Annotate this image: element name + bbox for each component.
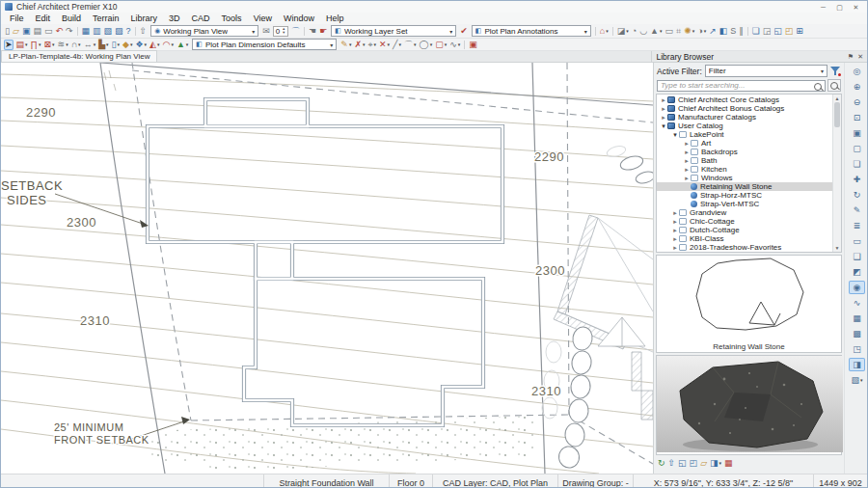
- toolbar-icon[interactable]: ◠▾: [162, 40, 175, 50]
- side-toolbar-icon[interactable]: ▢ ▾: [849, 142, 865, 155]
- toolbar-icon[interactable]: ∏▾: [30, 40, 42, 50]
- filter-funnel-icon[interactable]: [830, 66, 841, 76]
- toolbar-icon[interactable]: ✗▾: [353, 40, 366, 50]
- plan-drawing-canvas[interactable]: 2290 2290 2300 2300 2310 2310 SETBACK SI…: [1, 63, 653, 474]
- tree-chevron-icon[interactable]: [671, 226, 679, 234]
- menu-item[interactable]: Window: [278, 14, 320, 23]
- toolbar-icon[interactable]: ↔▾: [83, 40, 97, 50]
- active-view-tab[interactable]: LP-Plan-Template-4b: Working Plan View: [1, 50, 157, 62]
- filter-combo[interactable]: Filter ▾: [705, 65, 827, 77]
- library-tree-item[interactable]: Chief Architect Bonus Catalogs: [657, 104, 832, 113]
- library-toolbar-icon[interactable]: ▱ ▾: [700, 458, 707, 469]
- side-toolbar-icon[interactable]: ❑ ▾: [849, 250, 865, 263]
- toolbar-icon[interactable]: ◲: [762, 26, 773, 37]
- library-sketch-preview[interactable]: Retaining Wall Stone: [656, 255, 842, 353]
- side-toolbar-icon[interactable]: ▧ ▾: [849, 373, 865, 387]
- library-toolbar-icon[interactable]: ◰ ▾: [690, 458, 698, 469]
- tree-chevron-icon[interactable]: [683, 174, 691, 182]
- toolbar-icon[interactable]: ⌖▾: [366, 40, 377, 50]
- toolbar-icon[interactable]: ✕▾: [378, 40, 391, 50]
- search-button[interactable]: [827, 79, 841, 92]
- library-tree-item[interactable]: Dutch-Cottage: [657, 226, 832, 234]
- toolbar-icon[interactable]: ⌒: [290, 26, 301, 37]
- tree-chevron-icon[interactable]: [660, 122, 667, 130]
- toolbar-icon[interactable]: ◔▾: [631, 26, 637, 37]
- toolbar-icon[interactable]: ▯▾: [4, 26, 11, 37]
- library-tree-item[interactable]: Retaining Wall Stone: [657, 182, 832, 191]
- toolbar-icon[interactable]: ✎▾: [339, 40, 352, 50]
- scroll-down-icon[interactable]: ▼: [835, 244, 840, 252]
- plot-plan-drawing[interactable]: 2290 2290 2300 2300 2310 2310 SETBACK SI…: [1, 63, 653, 474]
- toolbar-icon[interactable]: ▦▾: [81, 26, 92, 37]
- toolbar-icon[interactable]: ▤▾: [32, 26, 42, 37]
- side-toolbar-icon[interactable]: ◉ ▾: [849, 281, 865, 294]
- toolbar-icon[interactable]: ☚: [308, 26, 317, 37]
- toolbar-icon[interactable]: ◧▾: [719, 26, 729, 37]
- menu-item[interactable]: Library: [125, 14, 164, 23]
- toolbar-icon[interactable]: ◱: [773, 26, 783, 37]
- toolbar-icon[interactable]: ◑▾: [696, 26, 707, 37]
- menu-item[interactable]: Help: [320, 14, 350, 23]
- toolbar-icon[interactable]: ▙▾: [97, 40, 109, 50]
- toolbar-icon[interactable]: ✔: [459, 26, 469, 37]
- panel-close-icon[interactable]: ✕: [857, 53, 863, 61]
- menu-item[interactable]: CAD: [186, 14, 216, 23]
- minimize-button[interactable]: ─: [816, 2, 830, 13]
- side-toolbar-icon[interactable]: ◳ ▾: [849, 342, 865, 356]
- library-toolbar-icon[interactable]: ↻ ▾: [658, 458, 665, 469]
- saved-view-combo[interactable]: ◉ Working Plan View ▾: [150, 25, 258, 37]
- side-toolbar-icon[interactable]: ◩ ▾: [849, 265, 865, 279]
- toolbar-icon[interactable]: ╱▾: [392, 40, 402, 50]
- toolbar-icon[interactable]: ⊠▾: [43, 40, 56, 50]
- close-button[interactable]: ✕: [849, 2, 863, 13]
- tree-chevron-icon[interactable]: [683, 165, 691, 174]
- menu-item[interactable]: File: [4, 14, 30, 23]
- toolbar-icon[interactable]: ↗▾: [708, 26, 718, 37]
- spinner-arrows-icon[interactable]: ▲▼: [282, 27, 285, 35]
- library-tree-item[interactable]: LakePoint: [657, 130, 832, 139]
- panel-pin-icon[interactable]: ⚑: [848, 53, 854, 61]
- toolbar-icon[interactable]: ⌒▾: [403, 40, 418, 50]
- library-tree-item[interactable]: Strap-Vert-MTSC: [657, 200, 832, 208]
- toolbar-icon[interactable]: ▲▾: [649, 26, 663, 37]
- toolbar-icon[interactable]: ⇧: [139, 26, 149, 37]
- toolbar-icon[interactable]: ▤▾: [15, 40, 29, 50]
- toolbar-icon[interactable]: ☛: [318, 26, 328, 37]
- toolbar-icon[interactable]: ▯▾: [111, 40, 121, 50]
- library-render-preview[interactable]: [656, 355, 842, 455]
- toolbar-icon[interactable]: ↶▾: [54, 26, 64, 37]
- library-search-input[interactable]: [657, 80, 826, 92]
- tree-scrollbar[interactable]: ▲ ▼: [832, 95, 841, 252]
- toolbar-icon[interactable]: ▱▾: [12, 26, 20, 37]
- toolbar-icon[interactable]: ▲▾: [176, 40, 189, 50]
- toolbar-icon[interactable]: ◪▾: [616, 26, 630, 37]
- side-toolbar-icon[interactable]: ▦ ▾: [849, 312, 865, 325]
- side-toolbar-icon[interactable]: ✎ ▾: [849, 203, 865, 217]
- menu-item[interactable]: 3D: [163, 14, 186, 23]
- toolbar-icon[interactable]: ➤: [4, 40, 14, 50]
- side-toolbar-icon[interactable]: ⊖ ▾: [849, 95, 865, 109]
- toolbar-icon[interactable]: ⊞: [795, 26, 804, 37]
- menu-item[interactable]: Tools: [216, 14, 248, 23]
- side-toolbar-icon[interactable]: ∿ ▾: [849, 296, 865, 310]
- toolbar-icon[interactable]: ∥▾: [738, 26, 745, 37]
- library-tree-item[interactable]: Windows: [657, 174, 832, 182]
- toolbar-icon[interactable]: ⌂▾: [599, 26, 610, 37]
- library-tree-item[interactable]: Chief Architect Core Catalogs: [657, 95, 832, 104]
- toolbar-icon[interactable]: ▨▾: [114, 26, 124, 37]
- library-tree-item[interactable]: Bath: [657, 156, 832, 165]
- side-toolbar-icon[interactable]: ▣ ▾: [849, 126, 865, 140]
- side-toolbar-icon[interactable]: ≣ ▾: [849, 219, 865, 232]
- toolbar-icon[interactable]: ▭▾: [43, 26, 54, 37]
- dimension-defaults-combo[interactable]: ◧ Plot Plan Dimension Defaults ▾: [192, 39, 337, 50]
- tree-chevron-icon[interactable]: [671, 243, 679, 252]
- toolbar-icon[interactable]: ▣▾: [21, 26, 32, 37]
- toolbar-icon[interactable]: ▥▾: [92, 26, 102, 37]
- library-tree-item[interactable]: KBI-Class: [657, 234, 832, 243]
- toolbar-icon[interactable]: ◭▾: [149, 40, 160, 50]
- toolbar-icon[interactable]: ∩▾: [70, 40, 82, 50]
- tree-chevron-icon[interactable]: [683, 156, 691, 165]
- layer-set-combo[interactable]: ◧ Working Layer Set ▾: [331, 25, 456, 37]
- side-toolbar-icon[interactable]: ✚ ▾: [849, 173, 865, 186]
- tree-chevron-icon[interactable]: [671, 130, 679, 139]
